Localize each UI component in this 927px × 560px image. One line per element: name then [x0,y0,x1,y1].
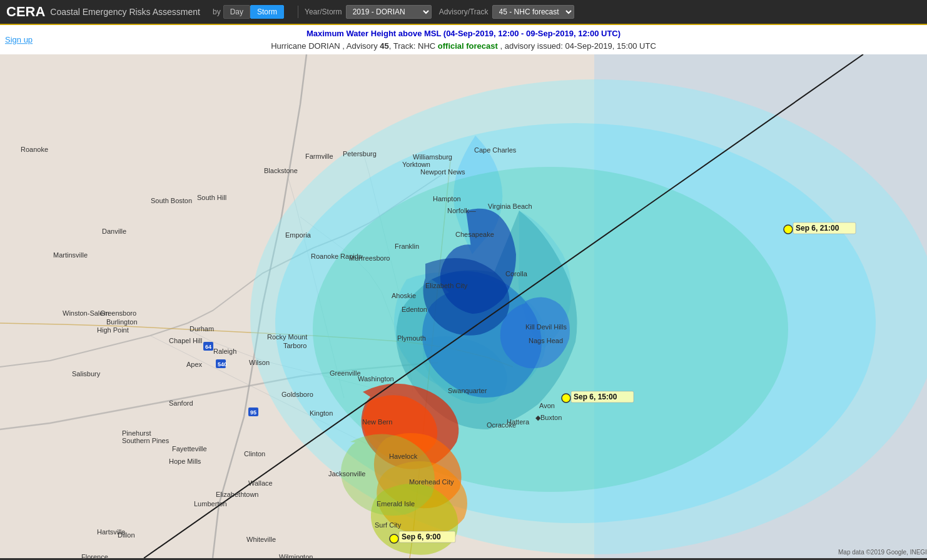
advisory-track-select[interactable]: 45 - NHC forecast 44 - NHC forecast 43 -… [492,5,574,19]
city-goldsboro: Goldsboro [281,391,313,398]
header-separator [298,6,298,18]
year-storm-group: Year/Storm 2019 - DORIAN 2018 - FLORENCE… [305,5,432,19]
city-danville: Danville [102,228,126,235]
year-storm-select[interactable]: 2019 - DORIAN 2018 - FLORENCE 2017 - IRM… [346,5,432,19]
city-florence: Florence [81,553,108,558]
city-farmville: Farmville [305,152,333,160]
logo-cera: CERA [6,4,45,20]
highway-i95-1-text: 95 [250,409,256,416]
city-norfolk: Norfolk— [447,207,476,214]
storm-name: DORIAN [308,41,340,51]
city-jacksonville: Jacksonville [328,470,365,478]
city-williamsburg: Williamsburg [413,153,452,161]
city-kill-devil-hills: Kill Devil Hills [525,323,567,331]
city-roanoke: Roanoke [21,146,48,153]
city-surf-city: Surf City [375,521,402,529]
city-lumberton: Lumberton [194,500,227,508]
city-salisbury: Salisbury [72,370,101,378]
city-south-hill: South Hill [197,194,226,201]
city-wilson: Wilson [249,359,270,366]
sign-up-link[interactable]: Sign up [5,34,33,46]
advisory-track-label: Advisory/Track [439,8,489,16]
city-southern-pines: Southern Pines [122,437,170,444]
map-container[interactable]: Sep 6, 9:00 Sep 6, 15:00 Sep 6, 21:00 El… [0,54,927,558]
day-button[interactable]: Day [223,5,250,19]
city-avon: Avon [539,402,555,409]
logo-full-text: Coastal Emergency Risks Assessment [50,7,200,17]
city-winston-salem: Winston-Salem [63,309,109,317]
city-corolla: Corolla [505,270,528,278]
info-bar: Sign up Maximum Water Height above MSL (… [0,25,927,54]
city-edenton: Edenton [402,306,427,313]
city-wallace: Wallace [248,479,273,487]
map-subtitle-line: Hurricane DORIAN , Advisory 45, Track: N… [50,40,877,52]
city-cape-charles: Cape Charles [474,146,517,154]
city-plymouth: Plymouth [397,334,426,342]
city-high-point: High Point [97,326,129,334]
city-elizabethtown: Elizabethtown [216,491,259,498]
advisory-track-group: Advisory/Track 45 - NHC forecast 44 - NH… [439,5,574,19]
advisory-text: , Advisory 45, Track: NHC [342,41,437,51]
map-title-text: Maximum Water Height above MSL [306,29,441,38]
city-newport-news: Newport News [420,168,465,176]
city-kinston: Kington [310,409,333,417]
city-emporia: Emporia [285,231,312,239]
city-roanoke-rapids: Roanoke Rapids [311,252,362,260]
city-ahoskie: Ahoskie [392,292,416,299]
city-durham: Durham [190,325,214,332]
storm-button[interactable]: Storm [250,5,284,19]
city-petersburg: Petersburg [343,150,377,158]
city-burlington: Burlington [106,318,138,326]
city-clinton: Clinton [244,450,265,458]
track-label-2: Sep 6, 15:00 [574,392,617,401]
year-storm-label: Year/Storm [305,8,342,16]
track-point-1 [390,534,398,543]
city-blackstone: Blackstone [264,167,298,174]
city-chesapeake: Chesapeake [455,231,494,238]
city-swanquarter: Swanquarter [448,387,487,394]
city-apex: Apex [186,361,203,368]
city-raleigh: Raleigh [213,348,236,355]
map-title-line: Maximum Water Height above MSL (04-Sep-2… [50,28,877,40]
city-yorktown: Yorktown [402,161,430,168]
city-tarboro: Tarboro [283,342,306,349]
mode-label: by [213,8,221,16]
official-forecast-text: official forecast [438,41,498,51]
app-header: CERA Coastal Emergency Risks Assessment … [0,0,927,25]
city-hope-mills: Hope Mills [169,458,201,465]
city-franklin: Franklin [395,242,419,250]
city-buxton: ◆Buxton [535,414,562,421]
city-south-boston: South Boston [151,197,192,204]
city-pinehurst: Pinehurst [122,429,151,437]
city-greenville: Greenville [330,369,361,377]
city-hatteras: Hattera [507,418,530,426]
city-whiteville: Whiteville [246,536,276,543]
city-hampton: Hampton [433,195,461,202]
city-elizabeth-city: Elizabeth City [425,282,468,289]
storm-label: Hurricane [271,41,308,51]
city-wilmington: Wilmington [279,553,313,558]
advisory-number: 45 [380,41,388,51]
city-washington: Washington [358,375,394,382]
map-svg: Sep 6, 9:00 Sep 6, 15:00 Sep 6, 21:00 El… [0,54,927,558]
track-point-2 [562,394,570,402]
issued-text: , advisory issued: 04-Sep-2019, 15:00 UT… [500,41,656,51]
track-label-3: Sep 6, 21:00 [796,224,839,232]
mode-selector: by Day Storm [213,5,284,19]
city-dillon: Dillon [118,531,135,539]
city-rocky-mount: Rocky Mount [267,333,307,341]
city-virginia-beach: Virginia Beach [488,202,532,210]
track-point-3 [784,225,793,234]
highway-shield-1-text: 540 [218,361,227,368]
map-title-dates: (04-Sep-2019, 12:00 - 09-Sep-2019, 12:00… [443,29,621,38]
city-fayetteville: Fayetteville [172,445,207,452]
city-nags-head: Nags Head [529,337,563,344]
city-sanford: Sanford [169,399,193,407]
map-attribution-text: Map data ©2019 Google, INEGI [838,549,927,556]
city-martinsville: Martinsville [53,251,88,259]
highway-shield-2-text: 64 [205,344,211,350]
city-chapel-hill: Chapel Hill [169,337,202,344]
city-havelock: Havelock [389,452,418,460]
city-new-bern: New Bern [362,418,392,426]
city-morehead-city: Morehead City [409,478,454,486]
